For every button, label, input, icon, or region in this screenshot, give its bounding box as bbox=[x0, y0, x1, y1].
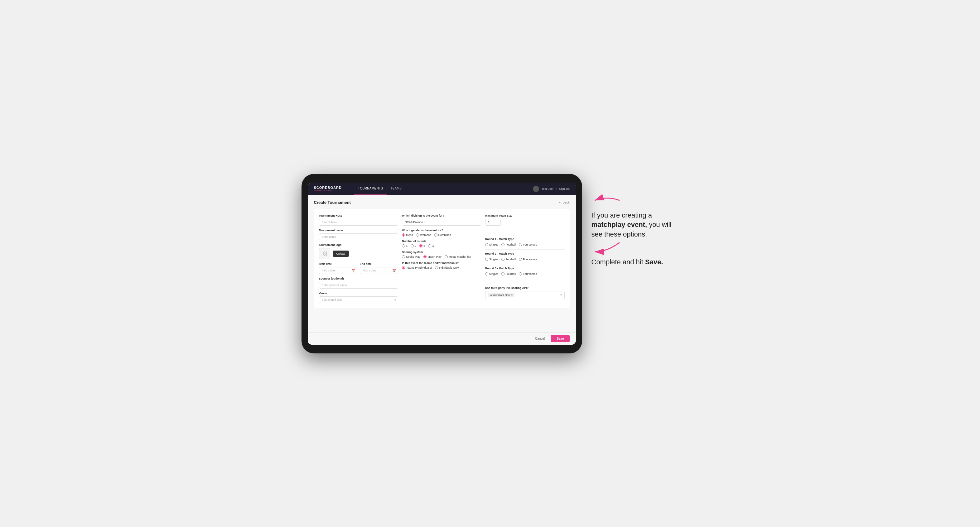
round2-fourball[interactable]: Fourball bbox=[501, 258, 516, 261]
separator-1 bbox=[485, 230, 565, 230]
dates-group: Start date 📅 End date bbox=[319, 262, 398, 274]
rounds-4[interactable]: 4 bbox=[428, 244, 434, 248]
round2-foursomes-radio[interactable] bbox=[519, 258, 522, 261]
rounds-2-radio[interactable] bbox=[410, 244, 414, 248]
annotation-bottom-text: Complete and hit Save. bbox=[592, 257, 679, 267]
api-dropdown-icon: ▾ bbox=[560, 293, 562, 297]
arrow-bottom-svg bbox=[592, 239, 623, 255]
venue-label: Venue bbox=[319, 292, 398, 295]
api-tag-close[interactable]: × bbox=[511, 293, 512, 297]
round1-foursomes[interactable]: Foursomes bbox=[519, 243, 537, 246]
save-button[interactable]: Save bbox=[551, 335, 570, 342]
round3-singles[interactable]: Singles bbox=[485, 272, 499, 276]
round2-radio-group: Singles Fourball Foursomes bbox=[485, 258, 565, 261]
api-tag-input[interactable]: Leaderboard King × ▾ bbox=[485, 291, 565, 299]
rounds-1[interactable]: 1 bbox=[402, 244, 407, 248]
brand-title: SCOREBOARD bbox=[314, 186, 342, 189]
round3-foursomes[interactable]: Foursomes bbox=[519, 272, 537, 276]
tablet-device: SCOREBOARD Powered by clippit TOURNAMENT… bbox=[302, 174, 582, 353]
tournament-host-group: Tournament Host bbox=[319, 214, 398, 225]
avatar bbox=[533, 186, 539, 192]
round3-label: Round 3 - Match Type bbox=[485, 267, 565, 270]
round1-fourball-label: Fourball bbox=[506, 243, 516, 246]
round2-singles[interactable]: Singles bbox=[485, 258, 499, 261]
gender-mens-radio[interactable] bbox=[402, 233, 405, 237]
gender-womens[interactable]: Womens bbox=[416, 233, 431, 237]
round2-label: Round 2 - Match Type bbox=[485, 252, 565, 255]
nav-teams[interactable]: TEAMS bbox=[387, 183, 405, 195]
scoring-match-label: Match Play bbox=[428, 255, 442, 258]
cancel-button[interactable]: Cancel bbox=[531, 335, 549, 342]
api-tag-value: Leaderboard King bbox=[490, 294, 510, 296]
round1-singles-radio[interactable] bbox=[485, 243, 488, 246]
form-col-right: Maximum Team Size Round 1 - Match Type S… bbox=[485, 214, 565, 303]
round2-foursomes[interactable]: Foursomes bbox=[519, 258, 537, 261]
max-team-size-input[interactable] bbox=[485, 219, 501, 225]
tablet-screen: SCOREBOARD Powered by clippit TOURNAMENT… bbox=[308, 183, 576, 345]
scoring-stroke[interactable]: Stroke Play bbox=[402, 255, 420, 258]
gender-mens[interactable]: Mens bbox=[402, 233, 413, 237]
rounds-1-radio[interactable] bbox=[402, 244, 405, 248]
round1-fourball[interactable]: Fourball bbox=[501, 243, 516, 246]
division-select[interactable]: NCAA Division I NCAA Division II NCAA Di… bbox=[402, 219, 481, 225]
division-group: Which division is the event for? NCAA Di… bbox=[402, 214, 481, 225]
round3-foursomes-radio[interactable] bbox=[519, 272, 522, 276]
round1-singles[interactable]: Singles bbox=[485, 243, 499, 246]
nav-bar: SCOREBOARD Powered by clippit TOURNAMENT… bbox=[308, 183, 576, 195]
separator-2 bbox=[485, 280, 565, 280]
form-grid: Tournament Host Tournament name Tourname… bbox=[314, 209, 570, 308]
page-title: Create Tournament bbox=[314, 200, 351, 205]
logo-section: 🖼 Upload bbox=[319, 248, 398, 259]
scoring-medal[interactable]: Medal Match Play bbox=[445, 255, 471, 258]
tournament-logo-group: Tournament logo 🖼 Upload bbox=[319, 243, 398, 259]
rounds-3[interactable]: 3 bbox=[419, 244, 425, 248]
event-type-group: Is this event for Teams and/or Individua… bbox=[402, 262, 481, 269]
sign-out-link[interactable]: Sign out bbox=[559, 187, 570, 190]
tournament-name-input[interactable] bbox=[319, 233, 398, 240]
event-individuals[interactable]: Individuals Only bbox=[435, 266, 459, 269]
tournament-host-input[interactable] bbox=[319, 219, 398, 225]
upload-button[interactable]: Upload bbox=[333, 251, 349, 257]
sponsor-group: Sponsor (optional) bbox=[319, 277, 398, 289]
event-teams[interactable]: Teams (+Individuals) bbox=[402, 266, 432, 269]
rounds-4-radio[interactable] bbox=[428, 244, 431, 248]
start-date-group: Start date 📅 bbox=[319, 262, 357, 274]
gender-combined[interactable]: Combined bbox=[434, 233, 451, 237]
scoring-match-radio[interactable] bbox=[423, 255, 426, 258]
gender-radio-group: Mens Womens Combined bbox=[402, 233, 481, 237]
annotation-top-text: If you are creating a matchplay event, y… bbox=[592, 211, 679, 239]
rounds-label: Number of rounds bbox=[402, 240, 481, 243]
round3-fourball-radio[interactable] bbox=[501, 272, 504, 276]
arrow-top-svg bbox=[592, 193, 623, 208]
scoring-match[interactable]: Match Play bbox=[423, 255, 442, 258]
rounds-radio-group: 1 2 3 bbox=[402, 244, 481, 248]
scoring-stroke-radio[interactable] bbox=[402, 255, 405, 258]
round3-singles-label: Singles bbox=[489, 272, 499, 276]
round1-foursomes-radio[interactable] bbox=[519, 243, 522, 246]
annotation-top: If you are creating a matchplay event, y… bbox=[592, 193, 679, 239]
event-teams-radio[interactable] bbox=[402, 266, 405, 269]
scoring-medal-radio[interactable] bbox=[445, 255, 448, 258]
back-button[interactable]: ← Back bbox=[558, 201, 570, 204]
calendar-icon-end: 📅 bbox=[392, 269, 396, 272]
rounds-2[interactable]: 2 bbox=[410, 244, 416, 248]
gender-womens-radio[interactable] bbox=[416, 233, 419, 237]
venue-input[interactable] bbox=[319, 296, 398, 303]
round3-radio-group: Singles Fourball Foursomes bbox=[485, 272, 565, 276]
round3-fourball[interactable]: Fourball bbox=[501, 272, 516, 276]
nav-tournaments[interactable]: TOURNAMENTS bbox=[354, 183, 387, 195]
form-col-left: Tournament Host Tournament name Tourname… bbox=[319, 214, 398, 303]
event-individuals-radio[interactable] bbox=[435, 266, 438, 269]
round2-singles-radio[interactable] bbox=[485, 258, 488, 261]
tournament-logo-label: Tournament logo bbox=[319, 243, 398, 246]
round1-fourball-radio[interactable] bbox=[501, 243, 504, 246]
gender-combined-radio[interactable] bbox=[434, 233, 438, 237]
round3-singles-radio[interactable] bbox=[485, 272, 488, 276]
end-date-label: End date bbox=[360, 262, 398, 265]
scoring-stroke-label: Stroke Play bbox=[406, 255, 420, 258]
round2-fourball-radio[interactable] bbox=[501, 258, 504, 261]
page-header: Create Tournament ← Back bbox=[314, 200, 570, 205]
sponsor-input[interactable] bbox=[319, 282, 398, 289]
rounds-3-radio[interactable] bbox=[419, 244, 423, 248]
sponsor-label: Sponsor (optional) bbox=[319, 277, 398, 280]
